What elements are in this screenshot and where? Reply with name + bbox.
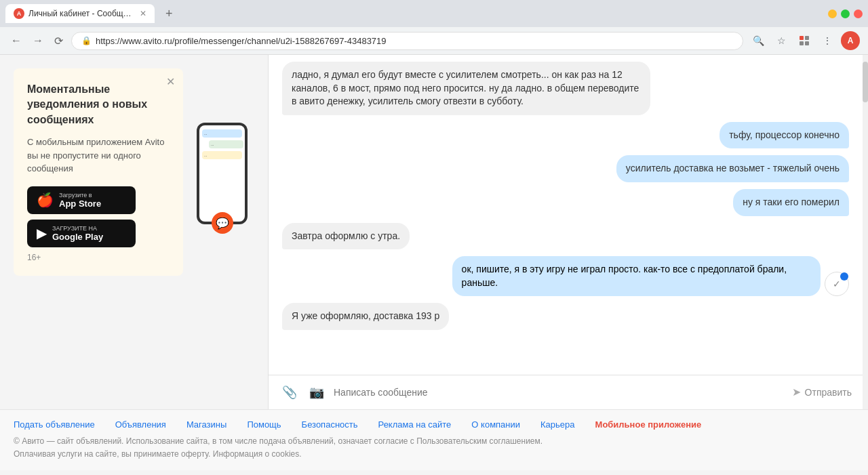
chat-floating-icon: 💬 xyxy=(212,212,233,234)
footer-link[interactable]: Объявления xyxy=(115,419,166,430)
forward-button[interactable]: → xyxy=(30,32,46,49)
browser-tab[interactable]: A Личный кабинет - Сообщения - А... ✕ xyxy=(5,4,155,23)
read-check-button[interactable]: ✓ xyxy=(825,272,849,296)
footer-links: Подать объявлениеОбъявленияМагазиныПомощ… xyxy=(14,419,854,430)
message-bubble: усилитель доставка не возьмет - тяжелый … xyxy=(616,155,849,182)
footer: Подать объявлениеОбъявленияМагазиныПомощ… xyxy=(0,409,868,470)
tab-title: Личный кабинет - Сообщения - А... xyxy=(28,9,136,18)
address-actions: 🔍 ☆ ⋮ A xyxy=(749,31,860,50)
page: ✕ Моментальные уведомления о новых сообщ… xyxy=(0,55,868,470)
message-bubble: ну я таки его померил xyxy=(733,189,849,216)
notification-title: Моментальные уведомления о новых сообщен… xyxy=(27,82,170,127)
lock-icon: 🔒 xyxy=(81,36,92,45)
svg-rect-0 xyxy=(800,36,804,40)
footer-link[interactable]: Магазины xyxy=(186,419,227,430)
extensions-icon[interactable] xyxy=(795,31,814,50)
message-outgoing: тьфу, процессор конечно xyxy=(282,122,849,149)
appstore-small-label: Загрузите в xyxy=(59,192,101,199)
unread-dot xyxy=(840,272,848,281)
attach-button[interactable]: 📎 xyxy=(279,382,300,402)
scrollbar-track xyxy=(863,55,868,409)
message-outgoing: ну я таки его померил xyxy=(282,189,849,216)
left-panel: ✕ Моментальные уведомления о новых сообщ… xyxy=(0,55,268,409)
scrollbar-thumb[interactable] xyxy=(863,62,868,102)
camera-button[interactable]: 📷 xyxy=(307,382,327,402)
reload-button[interactable]: ⟳ xyxy=(52,32,66,50)
message-outgoing-with-check: ок, пишите, я в эту игру не играл просто… xyxy=(282,256,849,296)
googleplay-button[interactable]: ▶ ЗАГРУЗИТЕ НА Google Play xyxy=(27,220,136,247)
message-bubble: тьфу, процессор конечно xyxy=(719,122,849,149)
maximize-button[interactable] xyxy=(841,9,850,18)
message-outgoing: усилитель доставка не возьмет - тяжелый … xyxy=(282,155,849,182)
svg-rect-1 xyxy=(805,36,809,40)
minimize-button[interactable] xyxy=(828,9,837,18)
message-bubble: ок, пишите, я в эту игру не играл просто… xyxy=(452,256,821,296)
chat-area: ладно, я думал его будут вместе с усилит… xyxy=(268,55,863,409)
bookmark-star-icon[interactable]: ☆ xyxy=(772,31,791,50)
footer-link[interactable]: Мобильное приложение xyxy=(595,419,702,430)
apple-icon: 🍎 xyxy=(37,192,54,208)
back-button[interactable]: ← xyxy=(8,32,24,49)
browser-chrome: A Личный кабинет - Сообщения - А... ✕ + … xyxy=(0,0,868,55)
close-button[interactable] xyxy=(854,9,863,18)
message-bubble: ладно, я думал его будут вместе с усилит… xyxy=(282,62,650,115)
window-controls xyxy=(828,9,863,18)
address-bar: ← → ⟳ 🔒 https://www.avito.ru/profile/mes… xyxy=(0,27,868,54)
googleplay-big-label: Google Play xyxy=(52,232,103,242)
tab-favicon: A xyxy=(14,8,24,19)
message-input-bar: 📎 📷 ➤ Отправить xyxy=(269,375,863,409)
notification-close-button[interactable]: ✕ xyxy=(166,75,175,88)
url-bar[interactable]: 🔒 https://www.avito.ru/profile/messenger… xyxy=(71,32,743,50)
messages-container[interactable]: ладно, я думал его будут вместе с усилит… xyxy=(269,55,863,375)
footer-copyright: © Авито — сайт объявлений. Использование… xyxy=(14,435,854,461)
send-label: Отправить xyxy=(805,387,852,398)
appstore-button[interactable]: 🍎 Загрузите в App Store xyxy=(27,186,136,214)
android-icon: ▶ xyxy=(37,225,47,241)
title-bar: A Личный кабинет - Сообщения - А... ✕ + xyxy=(0,0,868,27)
search-icon[interactable]: 🔍 xyxy=(749,31,768,50)
send-button[interactable]: ➤ Отправить xyxy=(792,386,852,398)
footer-link[interactable]: Безопасность xyxy=(302,419,358,430)
message-incoming: Я уже оформляю, доставка 193 р xyxy=(282,303,849,330)
message-incoming: Завтра оформлю с утра. xyxy=(282,223,849,250)
menu-icon[interactable]: ⋮ xyxy=(818,31,837,50)
message-bubble: Завтра оформлю с утра. xyxy=(282,223,410,250)
send-icon: ➤ xyxy=(792,386,801,398)
url-text: https://www.avito.ru/profile/messenger/c… xyxy=(96,36,387,46)
age-rating: 16+ xyxy=(27,253,170,262)
svg-rect-2 xyxy=(800,41,804,45)
profile-avatar[interactable]: A xyxy=(841,31,860,50)
footer-link[interactable]: О компании xyxy=(471,419,520,430)
phone-bubble-1: ... xyxy=(202,129,242,138)
svg-rect-3 xyxy=(805,41,809,45)
new-tab-button[interactable]: + xyxy=(160,7,178,21)
message-incoming: ладно, я думал его будут вместе с усилит… xyxy=(282,62,849,115)
phone-screen: ... ... ... xyxy=(199,125,245,222)
main-content: ✕ Моментальные уведомления о новых сообщ… xyxy=(0,55,868,409)
notification-box: ✕ Моментальные уведомления о новых сообщ… xyxy=(14,68,183,276)
notification-description: С мобильным приложением Avito вы не проп… xyxy=(27,136,170,175)
googleplay-small-label: ЗАГРУЗИТЕ НА xyxy=(52,225,103,232)
footer-link[interactable]: Подать объявление xyxy=(14,419,95,430)
phone-mockup: ... ... ... 💬 xyxy=(197,123,248,224)
footer-link[interactable]: Реклама на сайте xyxy=(378,419,452,430)
message-input[interactable] xyxy=(334,387,785,398)
footer-link[interactable]: Помощь xyxy=(247,419,281,430)
message-bubble: Я уже оформляю, доставка 193 р xyxy=(282,303,449,330)
appstore-big-label: App Store xyxy=(59,199,101,209)
phone-bubble-2: ... xyxy=(209,140,243,148)
footer-link[interactable]: Карьера xyxy=(540,419,575,430)
tab-close-button[interactable]: ✕ xyxy=(140,9,146,18)
